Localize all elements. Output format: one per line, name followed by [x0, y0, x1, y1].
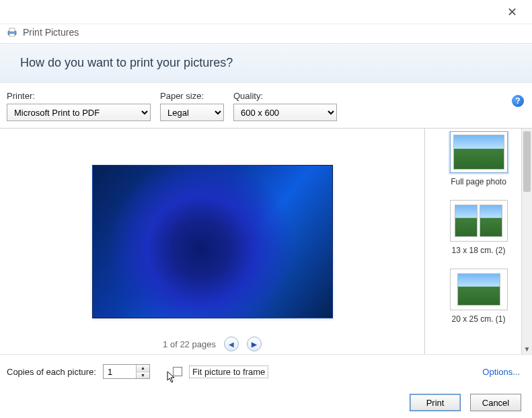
- question-bar: How do you want to print your pictures?: [0, 43, 532, 83]
- paper-size-label: Paper size:: [160, 91, 224, 101]
- question-text: How do you want to print your pictures?: [20, 56, 233, 69]
- svg-rect-1: [9, 28, 15, 32]
- layout-option-20x25[interactable]: 20 x 25 cm. (1): [439, 269, 519, 324]
- copies-input[interactable]: [104, 365, 136, 378]
- copies-spinner[interactable]: ▲ ▼: [103, 364, 150, 379]
- pager: 1 of 22 pages ◀ ▶: [163, 337, 262, 351]
- layout-option-13x18[interactable]: 13 x 18 cm. (2): [439, 200, 519, 255]
- quality-select[interactable]: 600 x 600: [233, 104, 337, 121]
- scroll-thumb[interactable]: [523, 131, 531, 192]
- copies-row: Copies of each picture: ▲ ▼ Fit picture …: [0, 354, 532, 383]
- svg-rect-2: [9, 34, 15, 36]
- scroll-down-icon[interactable]: ▼: [522, 343, 532, 354]
- printer-select[interactable]: Microsoft Print to PDF: [7, 104, 151, 121]
- preview-image: [92, 165, 333, 318]
- fit-picture-label: Fit picture to frame: [189, 365, 268, 378]
- layout-label: Full page photo: [439, 177, 519, 186]
- main-area: 1 of 22 pages ◀ ▶ Full page photo 13 x 1…: [0, 128, 532, 354]
- button-row: Print Cancel: [0, 383, 532, 411]
- printer-icon: [7, 27, 17, 38]
- quality-label: Quality:: [233, 91, 337, 101]
- paper-size-select[interactable]: Legal: [160, 104, 224, 121]
- layout-scrollbar[interactable]: ▲ ▼: [521, 129, 532, 354]
- layout-label: 13 x 18 cm. (2): [439, 246, 519, 255]
- controls-row: Printer: Microsoft Print to PDF Paper si…: [0, 83, 532, 128]
- layout-pane: Full page photo 13 x 18 cm. (2) 20 x 25 …: [424, 129, 532, 354]
- cancel-button[interactable]: Cancel: [470, 394, 521, 411]
- help-icon[interactable]: ?: [512, 95, 524, 107]
- next-page-button[interactable]: ▶: [247, 337, 262, 351]
- prev-page-button[interactable]: ◀: [224, 337, 239, 351]
- preview-pane: 1 of 22 pages ◀ ▶: [0, 129, 424, 354]
- copies-down-button[interactable]: ▼: [137, 372, 149, 379]
- titlebar: ✕: [0, 0, 532, 24]
- window-title-row: Print Pictures: [0, 24, 532, 43]
- print-button[interactable]: Print: [410, 394, 461, 411]
- window-title: Print Pictures: [23, 27, 79, 38]
- copies-up-button[interactable]: ▲: [137, 365, 149, 372]
- pager-text: 1 of 22 pages: [163, 339, 216, 349]
- layout-label: 20 x 25 cm. (1): [439, 314, 519, 324]
- copies-label: Copies of each picture:: [7, 367, 96, 377]
- fit-picture-checkbox[interactable]: [173, 367, 182, 376]
- options-link[interactable]: Options...: [482, 367, 520, 377]
- layout-option-full-page[interactable]: Full page photo: [439, 131, 519, 186]
- close-button[interactable]: ✕: [502, 2, 523, 22]
- printer-label: Printer:: [7, 91, 151, 101]
